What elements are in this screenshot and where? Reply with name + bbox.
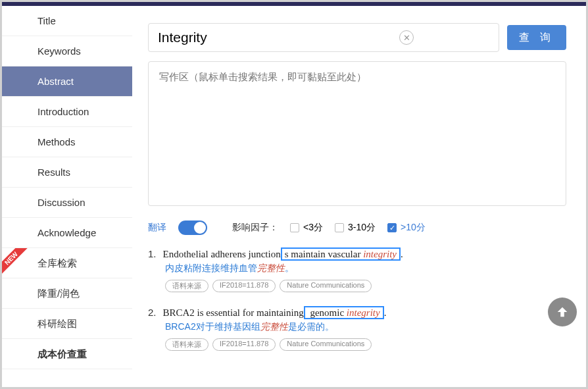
- translate-toggle[interactable]: [178, 220, 207, 235]
- query-button[interactable]: 查 询: [507, 25, 566, 50]
- tag-journal[interactable]: Nature Communications: [280, 338, 372, 351]
- scroll-top-button[interactable]: [548, 298, 577, 326]
- if-lt3-checkbox[interactable]: <3分: [290, 222, 323, 234]
- result-number: 1.: [148, 248, 157, 259]
- clear-icon[interactable]: ✕: [399, 30, 414, 45]
- impact-factor-label: 影响因子：: [232, 222, 278, 234]
- result-en: BRCA2 is essential for maintaining genom…: [163, 307, 387, 319]
- if-3-10-checkbox[interactable]: 3-10分: [335, 222, 376, 234]
- sidebar-item-fulllib[interactable]: 全库检索: [2, 248, 132, 278]
- search-input[interactable]: [148, 23, 499, 52]
- sidebar-item-plot[interactable]: 科研绘图: [2, 309, 132, 339]
- tag-if[interactable]: IF2018=11.878: [212, 280, 276, 292]
- sidebar-item-keywords[interactable]: Keywords: [2, 36, 132, 66]
- result-item[interactable]: 2. BRCA2 is essential for maintaining ge…: [148, 307, 566, 351]
- tag-journal[interactable]: Nature Communications: [280, 280, 372, 292]
- filter-row: 翻译 影响因子： <3分 3-10分 ✓>10分: [148, 220, 566, 235]
- if-gt10-checkbox[interactable]: ✓>10分: [387, 222, 426, 234]
- sidebar-item-results[interactable]: Results: [2, 157, 132, 188]
- sidebar-item-dedup[interactable]: 降重/润色: [2, 278, 132, 309]
- result-tags: 语料来源 IF2018=11.878 Nature Communications: [165, 338, 566, 351]
- result-cn: BRCA2对于维持基因组完整性是必需的。: [165, 321, 566, 333]
- sidebar: Title Keywords Abstract Introduction Met…: [2, 6, 132, 387]
- result-item[interactable]: 1. Endothelial adherens junctions mainta…: [148, 248, 566, 292]
- arrow-up-icon: [555, 305, 570, 319]
- result-cn: 内皮粘附连接维持血管完整性。: [165, 263, 566, 274]
- tag-source[interactable]: 语料来源: [165, 280, 208, 292]
- writing-textarea[interactable]: [148, 61, 566, 206]
- result-en: Endothelial adherens junctions maintain …: [163, 249, 403, 260]
- main-panel: ✕ 查 询 翻译 影响因子： <3分 3-10分 ✓>10分 1. End: [132, 6, 586, 387]
- sidebar-item-checkdup[interactable]: 成本价查重: [2, 339, 132, 369]
- result-tags: 语料来源 IF2018=11.878 Nature Communications: [165, 280, 566, 292]
- sidebar-item-acknowledge[interactable]: Acknowledge: [2, 218, 132, 248]
- tag-if[interactable]: IF2018=11.878: [212, 338, 276, 351]
- sidebar-item-introduction[interactable]: Introduction: [2, 97, 132, 127]
- result-number: 2.: [148, 307, 157, 318]
- tag-source[interactable]: 语料来源: [165, 338, 208, 351]
- sidebar-item-discussion[interactable]: Discussion: [2, 188, 132, 218]
- translate-label: 翻译: [148, 222, 166, 234]
- sidebar-item-abstract[interactable]: Abstract: [2, 66, 132, 97]
- sidebar-item-title[interactable]: Title: [2, 6, 132, 36]
- sidebar-item-methods[interactable]: Methods: [2, 127, 132, 157]
